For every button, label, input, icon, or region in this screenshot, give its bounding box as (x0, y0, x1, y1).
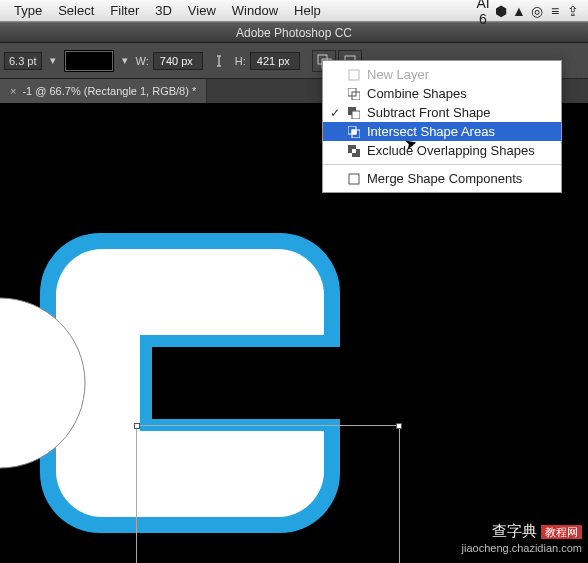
app-title: Adobe Photoshop CC (236, 26, 352, 40)
menu-item-combine[interactable]: Combine Shapes (323, 84, 561, 103)
height-field[interactable]: 421 px (250, 52, 300, 70)
menu-type[interactable]: Type (6, 3, 50, 18)
menu-item-label: Intersect Shape Areas (367, 124, 495, 139)
new-layer-icon (347, 68, 361, 82)
width-label: W: (136, 55, 149, 67)
dropdown-icon[interactable]: ▾ (122, 54, 128, 67)
height-label: H: (235, 55, 246, 67)
menu-view[interactable]: View (180, 3, 224, 18)
svg-rect-18 (352, 149, 356, 153)
status-icon[interactable]: ≡ (546, 3, 564, 19)
merge-icon (347, 172, 361, 186)
document-tab[interactable]: × -1 @ 66.7% (Rectangle 1, RGB/8) * (0, 79, 207, 103)
menu-item-label: Merge Shape Components (367, 171, 522, 186)
drive-icon[interactable]: ▲ (510, 3, 528, 19)
menu-separator (323, 164, 561, 165)
intersect-icon (347, 125, 361, 139)
menu-item-label: New Layer (367, 67, 429, 82)
svg-rect-8 (349, 70, 359, 80)
svg-rect-6 (152, 347, 352, 419)
width-field[interactable]: 740 px (153, 52, 203, 70)
dropbox-icon[interactable]: ⬢ (492, 3, 510, 19)
stroke-style-swatch[interactable] (64, 50, 114, 72)
ai-count-label: AI 6 (474, 0, 492, 27)
watermark: 查字典教程网 jiaocheng.chazidian.com (462, 521, 582, 555)
stroke-weight-field[interactable]: 6.3 pt (4, 52, 42, 70)
document-tab-title: -1 @ 66.7% (Rectangle 1, RGB/8) * (22, 85, 196, 97)
resize-handle[interactable] (134, 423, 140, 429)
svg-rect-15 (352, 130, 356, 134)
menu-item-label: Exclude Overlapping Shapes (367, 143, 535, 158)
dropdown-icon[interactable]: ▾ (50, 54, 56, 67)
mac-menubar: Type Select Filter 3D View Window Help A… (0, 0, 588, 22)
svg-rect-12 (352, 111, 360, 119)
menu-select[interactable]: Select (50, 3, 102, 18)
app-titlebar: Adobe Photoshop CC (0, 22, 588, 43)
selection-bounds[interactable] (136, 425, 400, 563)
subtract-icon (347, 106, 361, 120)
menu-item-subtract[interactable]: ✓ Subtract Front Shape (323, 103, 561, 122)
menu-window[interactable]: Window (224, 3, 286, 18)
exclude-icon (347, 144, 361, 158)
wifi-icon[interactable]: ⇪ (564, 3, 582, 19)
resize-handle[interactable] (396, 423, 402, 429)
menu-item-label: Subtract Front Shape (367, 105, 491, 120)
combine-icon (347, 87, 361, 101)
menu-3d[interactable]: 3D (147, 3, 180, 18)
svg-rect-19 (349, 174, 359, 184)
menu-item-label: Combine Shapes (367, 86, 467, 101)
path-operations-menu: New Layer Combine Shapes ✓ Subtract Fron… (322, 60, 562, 193)
menu-help[interactable]: Help (286, 3, 329, 18)
menu-item-merge[interactable]: Merge Shape Components (323, 169, 561, 188)
menu-filter[interactable]: Filter (102, 3, 147, 18)
menu-item-new-layer: New Layer (323, 65, 561, 84)
close-icon[interactable]: × (10, 85, 16, 97)
menu-item-intersect[interactable]: Intersect Shape Areas (323, 122, 561, 141)
creative-cloud-icon[interactable]: ◎ (528, 3, 546, 19)
link-wh-icon[interactable] (211, 53, 227, 69)
menu-item-exclude[interactable]: Exclude Overlapping Shapes (323, 141, 561, 160)
